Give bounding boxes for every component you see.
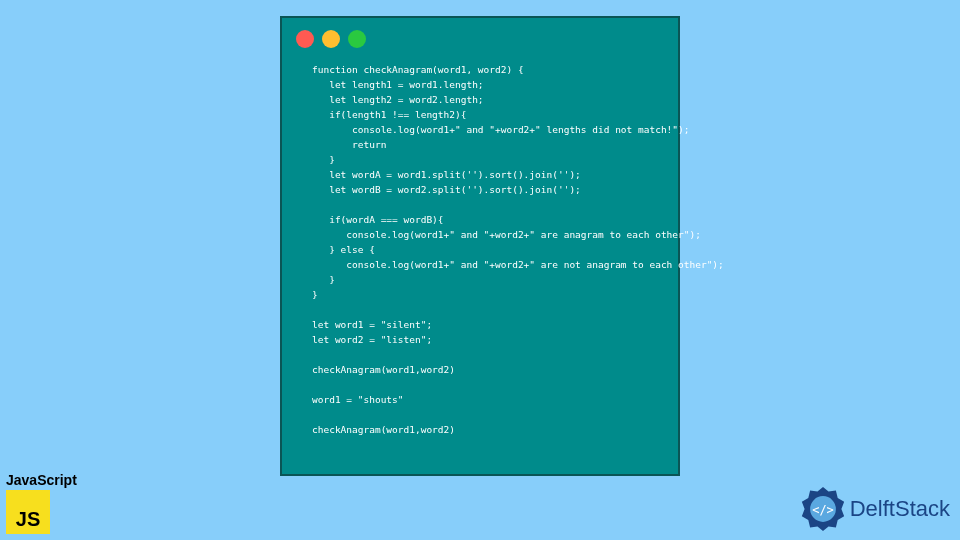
code-window: function checkAnagram(word1, word2) { le… [280, 16, 680, 476]
window-controls [296, 30, 664, 48]
delftstack-gear-icon: </> [800, 486, 846, 532]
code-content: function checkAnagram(word1, word2) { le… [296, 62, 664, 437]
javascript-logo-text: JS [16, 508, 40, 531]
javascript-badge: JavaScript JS [6, 472, 77, 534]
window-maximize-icon [348, 30, 366, 48]
window-close-icon [296, 30, 314, 48]
svg-text:</>: </> [812, 503, 834, 517]
window-minimize-icon [322, 30, 340, 48]
delftstack-logo: </> DelftStack [800, 486, 950, 532]
javascript-logo-icon: JS [6, 490, 50, 534]
javascript-label: JavaScript [6, 472, 77, 488]
delftstack-text: DelftStack [850, 496, 950, 522]
